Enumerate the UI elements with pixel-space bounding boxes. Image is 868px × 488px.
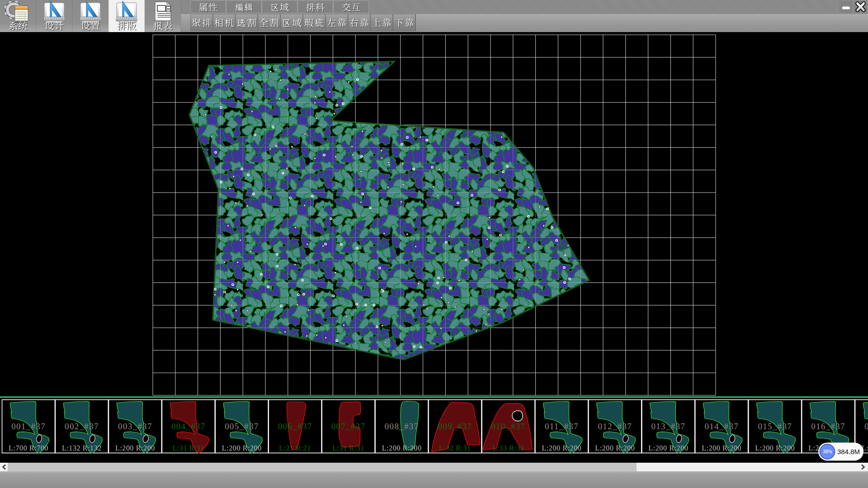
svg-text:010_#37: 010_#37 (491, 422, 526, 431)
svg-text:009_#37: 009_#37 (438, 422, 472, 431)
svg-text:007_#37: 007_#37 (331, 422, 366, 431)
svg-text:015_#37: 015_#37 (758, 422, 792, 431)
svg-text:L:31 R:31: L:31 R:31 (332, 444, 364, 452)
svg-text:L:200 R:200: L:200 R:200 (702, 444, 741, 452)
svg-text:38%: 38% (823, 449, 832, 454)
svg-text:L:200 R:200: L:200 R:200 (222, 444, 262, 452)
svg-text:012_#37: 012_#37 (598, 422, 632, 431)
svg-text:L:31 R:31: L:31 R:31 (172, 444, 204, 452)
svg-text:014_#37: 014_#37 (704, 422, 739, 431)
svg-text:L:200 R:200: L:200 R:200 (542, 444, 581, 452)
svg-text:L:132 R:132: L:132 R:132 (62, 444, 102, 452)
svg-text:003_#37: 003_#37 (118, 422, 152, 431)
svg-text:006_#37: 006_#37 (278, 422, 312, 431)
svg-text:017_#37: 017_#37 (864, 422, 868, 431)
svg-text:L:21 R:21: L:21 R:21 (279, 444, 311, 452)
svg-text:L:200 R:200: L:200 R:200 (755, 444, 795, 452)
svg-text:L:200 R:200: L:200 R:200 (595, 444, 635, 452)
svg-text:004_#37: 004_#37 (171, 422, 206, 431)
svg-text:L:32 R:31: L:32 R:31 (439, 444, 471, 452)
svg-text:011_#37: 011_#37 (545, 422, 579, 431)
svg-text:384.8M: 384.8M (837, 448, 860, 455)
svg-text:L:700 R:700: L:700 R:700 (9, 444, 48, 452)
svg-text:002_#37: 002_#37 (65, 422, 99, 431)
svg-text:001_#37: 001_#37 (11, 422, 46, 431)
svg-text:L:200 R:200: L:200 R:200 (648, 444, 688, 452)
svg-text:L:33 R:33: L:33 R:33 (492, 444, 524, 452)
svg-text:L:200 R:200: L:200 R:200 (115, 444, 155, 452)
svg-text:005_#37: 005_#37 (225, 422, 259, 431)
svg-text:008_#37: 008_#37 (385, 422, 419, 431)
svg-text:013_#37: 013_#37 (651, 422, 685, 431)
svg-text:L:200 R:200: L:200 R:200 (382, 444, 422, 452)
svg-text:016_#37: 016_#37 (811, 422, 845, 431)
